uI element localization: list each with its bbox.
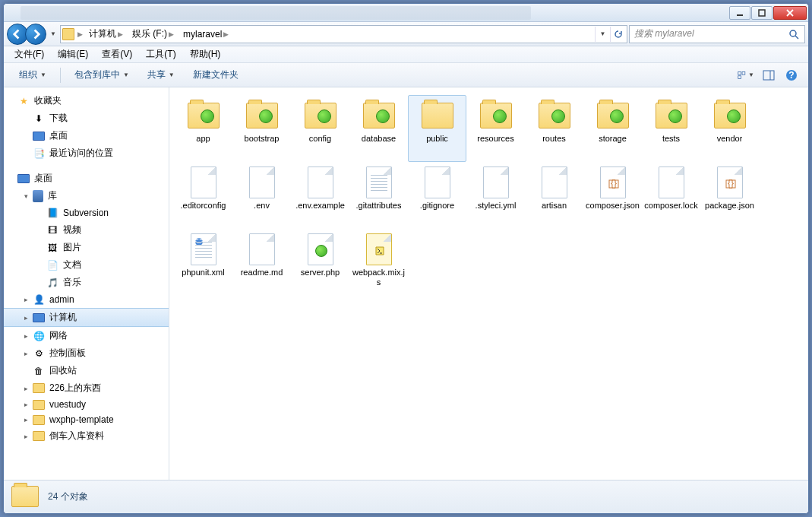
file-item[interactable]: tests [642, 95, 700, 162]
file-item[interactable]: storage [583, 95, 642, 162]
sidebar-folder-1[interactable]: ▸226上的东西 [4, 379, 169, 397]
expand-icon[interactable]: ▸ [22, 296, 30, 303]
file-item[interactable]: config [291, 95, 349, 162]
organize-button[interactable]: 组织 ▼ [11, 65, 54, 84]
sidebar-favorites[interactable]: ★收藏夹 [4, 92, 169, 109]
file-item[interactable]: routes [525, 95, 583, 162]
expand-icon[interactable]: ▾ [22, 192, 30, 200]
file-item[interactable]: server.php [291, 229, 349, 296]
share-button[interactable]: 共享 ▼ [140, 65, 182, 84]
sidebar-desktop[interactable]: 桌面 [4, 127, 169, 144]
file-name: .styleci.yml [476, 201, 517, 211]
view-options-button[interactable]: ▼ [737, 66, 755, 84]
file-item[interactable]: app [174, 95, 232, 162]
file-item[interactable]: <>phpunit.xml [174, 229, 232, 296]
sidebar-recent[interactable]: 📑最近访问的位置 [4, 144, 169, 162]
sidebar-network[interactable]: ▸🌐网络 [4, 327, 169, 344]
file-icon [655, 166, 688, 199]
menu-view[interactable]: 查看(V) [96, 46, 138, 62]
svg-point-4 [790, 30, 796, 36]
expand-icon[interactable]: ▸ [22, 332, 30, 340]
menu-file[interactable]: 文件(F) [8, 46, 50, 62]
preview-pane-button[interactable] [760, 66, 778, 84]
sidebar-folder-2[interactable]: ▸vuestudy [4, 397, 169, 412]
file-item[interactable]: bootstrap [232, 95, 291, 162]
sidebar-folder-3[interactable]: ▸wxphp-template [4, 412, 169, 427]
forward-button[interactable] [25, 24, 46, 45]
menu-edit[interactable]: 编辑(E) [52, 46, 94, 62]
file-name: composer.lock [644, 201, 697, 211]
sidebar-folder-4[interactable]: ▸倒车入库资料 [4, 427, 169, 445]
sidebar-recycle[interactable]: 🗑回收站 [4, 362, 169, 379]
file-name: database [362, 134, 396, 144]
file-item[interactable]: .styleci.yml [466, 162, 525, 229]
explorer-window: ▼ ▶ 计算机 ▶ 娱乐 (F:) ▶ mylaravel ▶ ▼ 搜索 myl… [3, 3, 809, 514]
star-icon: ★ [17, 95, 30, 107]
file-item[interactable]: .editorconfig [174, 162, 232, 229]
sidebar-desktop-group[interactable]: 桌面 [4, 170, 169, 187]
svg-rect-1 [759, 10, 765, 16]
expand-icon[interactable]: ▸ [22, 314, 30, 322]
svg-line-5 [795, 36, 798, 39]
breadcrumb-drive[interactable]: 娱乐 (F:) ▶ [129, 26, 177, 43]
expand-icon[interactable]: ▸ [22, 433, 30, 440]
file-item[interactable]: composer.lock [642, 162, 700, 229]
file-item[interactable]: {}composer.json [583, 162, 642, 229]
sidebar-controlpanel[interactable]: ▸⚙控制面板 [4, 344, 169, 362]
expand-icon[interactable]: ▸ [22, 350, 30, 357]
file-item[interactable]: public [408, 95, 466, 162]
file-item[interactable]: webpack.mix.js [349, 229, 408, 296]
include-button[interactable]: 包含到库中 ▼ [67, 65, 137, 84]
titlebar[interactable] [4, 4, 808, 22]
expand-icon[interactable]: ▸ [22, 401, 30, 408]
expand-icon[interactable]: ▸ [22, 416, 30, 423]
file-pane[interactable]: appbootstrapconfigdatabasepublicresource… [169, 87, 808, 480]
separator [60, 68, 61, 83]
file-item[interactable]: .env.example [291, 162, 349, 229]
folder-icon [304, 99, 337, 132]
file-item[interactable]: .env [232, 162, 291, 229]
file-item[interactable]: database [349, 95, 408, 162]
file-name: .gitattributes [356, 201, 402, 211]
file-item[interactable]: .gitignore [408, 162, 466, 229]
breadcrumb-folder[interactable]: mylaravel ▶ [180, 26, 232, 43]
search-input[interactable]: 搜索 mylaravel [629, 25, 805, 43]
sidebar-music[interactable]: 🎵音乐 [4, 274, 169, 291]
file-name: artisan [542, 201, 567, 211]
file-name: .env.example [295, 201, 345, 211]
file-item[interactable]: vendor [700, 95, 759, 162]
sidebar[interactable]: ★收藏夹 ⬇下载 桌面 📑最近访问的位置 桌面 ▾库 📘Subversion 🎞… [4, 87, 169, 480]
menu-tools[interactable]: 工具(T) [140, 46, 182, 62]
sidebar-documents[interactable]: 📄文档 [4, 256, 169, 274]
svg-text:?: ? [788, 70, 794, 81]
sidebar-downloads[interactable]: ⬇下载 [4, 109, 169, 127]
close-button[interactable] [773, 6, 807, 20]
expand-icon[interactable]: ▸ [22, 385, 30, 392]
file-name: package.json [705, 201, 754, 211]
breadcrumb-computer[interactable]: 计算机 ▶ [86, 26, 126, 43]
help-button[interactable]: ? [782, 66, 801, 84]
sidebar-libraries[interactable]: ▾库 [4, 187, 169, 205]
address-dropdown[interactable]: ▼ [595, 27, 610, 42]
file-item[interactable]: readme.md [232, 229, 291, 296]
file-item[interactable]: .gitattributes [349, 162, 408, 229]
sidebar-videos[interactable]: 🎞视频 [4, 221, 169, 239]
minimize-button[interactable] [729, 6, 750, 20]
sidebar-pictures[interactable]: 🖼图片 [4, 239, 169, 256]
address-bar[interactable]: ▶ 计算机 ▶ 娱乐 (F:) ▶ mylaravel ▶ ▼ [60, 25, 627, 43]
file-item[interactable]: resources [466, 95, 525, 162]
nav-history-dropdown[interactable]: ▼ [48, 24, 58, 45]
menu-help[interactable]: 帮助(H) [184, 46, 227, 62]
refresh-button[interactable] [610, 27, 625, 42]
file-item[interactable]: {}package.json [700, 162, 759, 229]
title-blur [21, 6, 531, 20]
file-name: routes [542, 134, 566, 144]
file-item[interactable]: artisan [525, 162, 583, 229]
sidebar-computer[interactable]: ▸计算机 [4, 308, 169, 327]
newfolder-button[interactable]: 新建文件夹 [185, 65, 246, 84]
svg-rect-6 [738, 71, 741, 75]
file-name: tests [662, 134, 680, 144]
maximize-button[interactable] [751, 6, 773, 20]
sidebar-admin[interactable]: ▸👤admin [4, 291, 169, 308]
sidebar-subversion[interactable]: 📘Subversion [4, 205, 169, 221]
